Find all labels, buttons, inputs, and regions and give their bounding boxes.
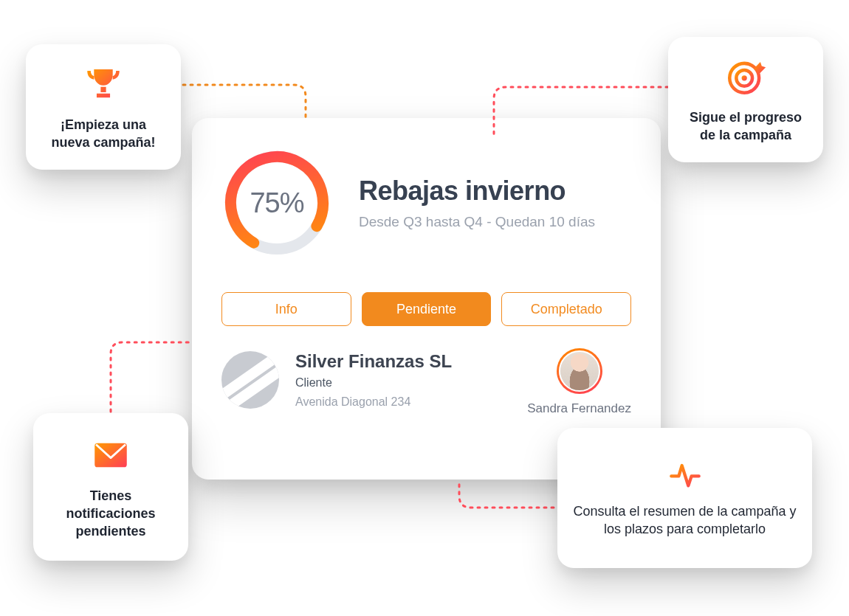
mail-icon: [89, 434, 132, 477]
svg-point-5: [742, 75, 747, 80]
callout-summary[interactable]: Consulta el resumen de la campaña y los …: [557, 428, 812, 568]
callout-label: Sigue el progreso de la campaña: [683, 108, 808, 145]
client-address: Avenida Diagonal 234: [295, 395, 511, 409]
callout-label: Consulta el resumen de la campaña y los …: [572, 502, 797, 539]
tab-info[interactable]: Info: [221, 292, 351, 326]
callout-label: ¡Empieza una nueva campaña!: [41, 116, 166, 152]
client-name: Silver Finanzas SL: [295, 351, 511, 372]
target-icon: [724, 55, 767, 98]
progress-ring: 75%: [221, 148, 332, 258]
contact-name: Sandra Fernandez: [527, 401, 631, 416]
trophy-icon: [82, 63, 125, 105]
client-row[interactable]: Silver Finanzas SL Cliente Avenida Diago…: [221, 351, 631, 416]
contact-avatar: [557, 348, 602, 394]
activity-icon: [668, 458, 702, 492]
client-logo: [221, 351, 279, 409]
callout-label: Tienes notificaciones pendientes: [48, 487, 173, 541]
client-type: Cliente: [295, 376, 511, 390]
callout-progress[interactable]: Sigue el progreso de la campaña: [668, 37, 823, 162]
campaign-card: 75% Rebajas invierno Desde Q3 hasta Q4 -…: [192, 118, 661, 480]
campaign-title: Rebajas invierno: [359, 176, 631, 207]
callout-start-campaign[interactable]: ¡Empieza una nueva campaña!: [26, 44, 181, 170]
callout-notifications[interactable]: Tienes notificaciones pendientes: [33, 413, 188, 561]
progress-label: 75%: [221, 148, 332, 258]
tabs: Info Pendiente Completado: [221, 292, 631, 326]
contact-block[interactable]: Sandra Fernandez: [527, 348, 631, 416]
tab-pending[interactable]: Pendiente: [362, 292, 492, 326]
campaign-subtitle: Desde Q3 hasta Q4 - Quedan 10 días: [359, 214, 631, 230]
tab-completed[interactable]: Completado: [501, 292, 631, 326]
